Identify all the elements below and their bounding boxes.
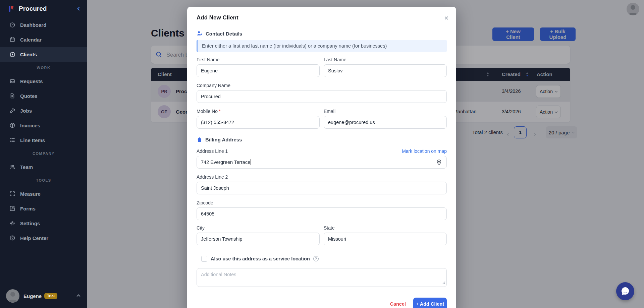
sidebar-item-requests[interactable]: Requests [0,74,87,88]
brand-name: Procured [19,5,47,12]
user-avatar [6,289,19,303]
sidebar-item-quotes[interactable]: Quotes [0,88,87,103]
requests-icon [9,78,15,84]
help-icon [9,235,15,241]
state-field[interactable] [324,233,447,245]
close-icon[interactable]: ✕ [444,15,449,21]
chat-bubble-icon [620,286,630,296]
city-field[interactable] [197,233,320,245]
quotes-icon [9,93,15,99]
sidebar-item-label: Team [20,164,33,170]
last-name-field[interactable] [324,64,447,77]
sidebar-item-line-items[interactable]: Line Items [0,133,87,147]
gear-icon [9,220,15,226]
sidebar-item-label: Measure [20,191,41,197]
calendar-icon [9,37,15,43]
sidebar-item-team[interactable]: Team [0,160,87,174]
sidebar-item-label: Settings [20,221,40,226]
service-location-checkbox[interactable] [201,256,207,262]
cancel-button[interactable]: Cancel [390,301,406,307]
sidebar-item-settings[interactable]: Settings [0,216,87,231]
modal-title: Add New Client [197,14,447,21]
sidebar-item-forms[interactable]: Forms [0,201,87,216]
sidebar-item-clients[interactable]: Clients [0,47,87,62]
sidebar-item-jobs[interactable]: Jobs [0,103,87,118]
sidebar-item-dashboard[interactable]: Dashboard [0,17,87,32]
zipcode-label: Zipcode [197,200,447,206]
sidebar-item-label: Invoices [20,123,40,128]
chevron-up-icon[interactable] [77,293,80,299]
procured-logo-icon [7,5,15,13]
clients-icon [9,51,15,57]
sidebar-item-calendar[interactable]: Calendar [0,32,87,47]
address-line1-field[interactable]: 742 Evergreen Terrace [197,156,447,169]
contact-details-section: Contact Details [197,30,447,37]
sidebar-item-label: Requests [20,78,43,84]
logo-row: Procured [0,0,87,17]
trial-badge: Trial [44,293,57,299]
sidebar-section-work: WORK [0,62,87,74]
mobile-field[interactable] [197,116,320,129]
address-line1-value: 742 Evergreen Terrace [201,160,250,165]
first-name-label: First Name [197,57,320,63]
name-hint-banner: Enter either a first and last name (for … [197,40,447,52]
sidebar-item-label: Dashboard [20,22,46,28]
mobile-label: Mobile No* [197,108,320,114]
sidebar-item-label: Help Center [20,235,48,241]
line-items-icon [9,137,15,143]
jobs-icon [9,108,15,114]
first-name-field[interactable] [197,64,320,77]
text-cursor [251,159,251,165]
sidebar-item-measure[interactable]: Measure [0,186,87,201]
service-location-help-icon[interactable]: ? [313,256,319,261]
last-name-label: Last Name [324,57,447,63]
mark-location-link[interactable]: Mark location on map [402,148,447,154]
required-asterisk: * [219,109,220,114]
sidebar-item-label: Line Items [20,137,45,143]
user-name: Eugene [23,293,42,299]
state-label: State [324,225,447,231]
sidebar-user-row[interactable]: Eugene Trial [0,287,87,308]
city-label: City [197,225,320,231]
person-plus-icon [197,30,203,37]
team-icon [9,164,15,170]
sidebar-item-help-center[interactable]: Help Center [0,231,87,245]
add-client-button[interactable]: + Add Client [413,298,447,308]
sidebar-collapse-button[interactable] [78,7,80,10]
service-location-label: Also use this address as a service locat… [211,256,310,261]
billing-address-section: Billing Address [197,136,447,143]
dashboard-icon [9,22,15,28]
zipcode-field[interactable] [197,207,447,220]
invoices-icon [9,122,15,128]
sidebar-section-company: COMPANY [0,147,87,160]
section-label: Billing Address [205,137,242,142]
sidebar-item-invoices[interactable]: Invoices [0,118,87,133]
sidebar: Procured Dashboard Calendar Clients WORK… [0,0,87,308]
measure-icon [9,191,15,197]
sidebar-item-label: Jobs [20,108,32,114]
sidebar-item-label: Clients [20,52,37,57]
address-line2-label: Address Line 2 [197,174,447,180]
forms-icon [9,205,15,211]
section-label: Contact Details [206,31,242,37]
address-line1-label: Address Line 1 [197,148,228,154]
sidebar-section-tools: TOOLS [0,174,87,186]
company-name-label: Company Name [197,82,447,88]
email-label: Email [324,108,447,114]
sidebar-item-label: Quotes [20,93,38,99]
sidebar-item-label: Forms [20,206,36,211]
additional-notes-field[interactable] [197,268,447,287]
address-line2-field[interactable] [197,182,447,194]
add-new-client-modal: Add New Client ✕ Contact Details Enter e… [187,7,456,308]
company-name-field[interactable] [197,90,447,103]
location-pin-icon[interactable] [436,159,442,166]
email-field[interactable] [324,116,447,129]
home-icon [197,137,202,142]
chat-widget-button[interactable] [616,282,634,300]
resize-handle-icon[interactable] [442,280,445,286]
sidebar-item-label: Calendar [20,37,42,43]
